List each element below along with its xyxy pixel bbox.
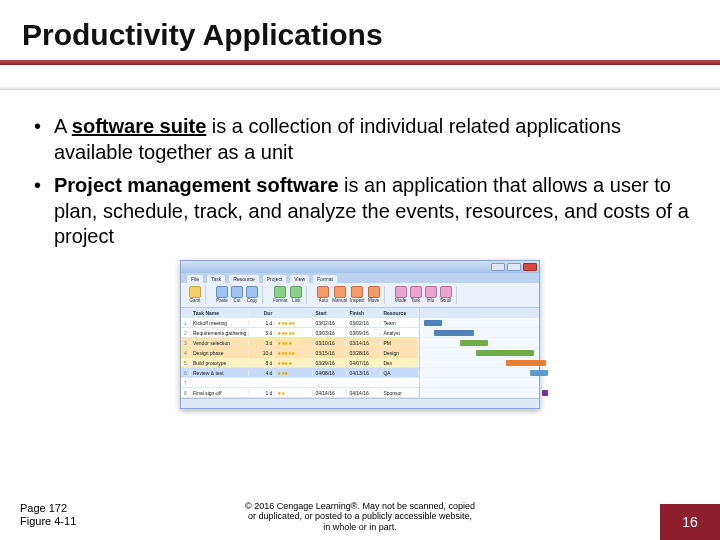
cell-taskname: Final sign-off [191, 390, 249, 396]
ribbon-tab[interactable]: Task [207, 275, 225, 283]
cell-priority: ★★★★ [275, 340, 313, 346]
cut-icon [231, 286, 243, 298]
ribbon-button[interactable]: Paste [216, 286, 228, 304]
ribbon-button[interactable]: Move [368, 286, 380, 304]
minimize-button[interactable] [491, 263, 505, 271]
ribbon-button[interactable]: Cut [231, 286, 243, 304]
cell-finish: 04/14/16 [347, 390, 381, 396]
gantt-bar[interactable] [542, 390, 548, 396]
cell-start: 03/29/16 [313, 360, 347, 366]
title-area: Productivity Applications [0, 0, 720, 60]
cell-start: 03/03/16 [313, 330, 347, 336]
ribbon-button-label: Paste [216, 299, 228, 304]
gantt-row [420, 358, 539, 368]
ribbon-group: Paste Cut Copy [212, 286, 263, 305]
ribbon-button[interactable]: Gantt [189, 286, 201, 304]
ribbon-button[interactable]: Link [290, 286, 302, 304]
cell-id: 7 [181, 380, 191, 386]
ribbon-button-label: Auto [319, 299, 328, 304]
cell-taskname: Build prototype [191, 360, 249, 366]
bullet-text-bold: software suite [72, 115, 206, 137]
cell-id: 5 [181, 360, 191, 366]
gantt-bar[interactable] [476, 350, 534, 356]
pm-gantt-chart[interactable] [420, 308, 539, 398]
ribbon-tab[interactable]: View [290, 275, 309, 283]
table-row[interactable]: 1Kickoff meeting1 d★★★★★03/02/1603/02/16… [181, 318, 419, 328]
bullet-list: A software suite is a collection of indi… [30, 114, 690, 250]
table-row[interactable]: 5Build prototype8 d★★★★03/29/1604/07/16D… [181, 358, 419, 368]
ribbon-button[interactable]: Mode [395, 286, 407, 304]
gantt-bar[interactable] [424, 320, 442, 326]
table-row[interactable]: 7 [181, 378, 419, 388]
table-row[interactable]: 8Final sign-off1 d★★04/14/1604/14/16Spon… [181, 388, 419, 398]
table-row[interactable]: 3Vendor selection3 d★★★★03/10/1603/14/16… [181, 338, 419, 348]
cell-finish: 04/13/16 [347, 370, 381, 376]
col-header: Dur [249, 310, 275, 316]
cell-priority: ★★★★ [275, 360, 313, 366]
gantt-header [420, 308, 539, 318]
cell-duration: 3 d [249, 340, 275, 346]
cell-id: 4 [181, 350, 191, 356]
gantt-row [420, 388, 539, 398]
copy-icon [246, 286, 258, 298]
ribbon-tab[interactable]: Resource [229, 275, 258, 283]
ribbon-button[interactable]: Scroll [440, 286, 452, 304]
ribbon-tab[interactable]: Format [313, 275, 337, 283]
info-icon [425, 286, 437, 298]
figure-project-management: File Task Resource Project View Format G… [180, 260, 540, 410]
slide: Productivity Applications A software sui… [0, 0, 720, 540]
maximize-button[interactable] [507, 263, 521, 271]
gantt-icon [189, 286, 201, 298]
cell-duration: 5 d [249, 330, 275, 336]
pm-app-window: File Task Resource Project View Format G… [180, 260, 540, 410]
ribbon-button[interactable]: Auto [317, 286, 329, 304]
table-row[interactable]: 4Design phase10 d★★★★★03/15/1603/28/16De… [181, 348, 419, 358]
ribbon-group: Auto Manual Inspect Move [313, 286, 384, 305]
ribbon-button[interactable]: Info [425, 286, 437, 304]
star-icon: ★★★ [277, 370, 288, 376]
ribbon-button[interactable]: Task [410, 286, 422, 304]
ribbon-tab[interactable]: File [187, 275, 203, 283]
gantt-row [420, 368, 539, 378]
ribbon-button[interactable]: Manual [332, 286, 347, 304]
pm-statusbar [181, 398, 539, 408]
cell-start: 04/08/16 [313, 370, 347, 376]
link-icon [290, 286, 302, 298]
bullet-text-pre: A [54, 115, 72, 137]
cell-priority: ★★★★★ [275, 350, 313, 356]
bullet-text-bold: Project management software [54, 174, 339, 196]
cell-finish: 04/07/16 [347, 360, 381, 366]
star-icon: ★★★★★ [277, 320, 295, 326]
col-header: Task Name [191, 310, 249, 316]
ribbon-button[interactable]: Inspect [350, 286, 365, 304]
ribbon-button[interactable]: Copy [246, 286, 258, 304]
cell-taskname: Review & test [191, 370, 249, 376]
ribbon-button[interactable]: Format [273, 286, 287, 304]
cell-resource: PM [381, 340, 419, 346]
table-row[interactable]: 2Requirements gathering5 d★★★★★03/03/160… [181, 328, 419, 338]
close-button[interactable] [523, 263, 537, 271]
gantt-bar[interactable] [434, 330, 474, 336]
cell-resource: Dev [381, 360, 419, 366]
ribbon-tab[interactable]: Project [263, 275, 287, 283]
cell-priority: ★★★★★ [275, 320, 313, 326]
gantt-bar[interactable] [506, 360, 546, 366]
cell-duration: 10 d [249, 350, 275, 356]
gantt-row [420, 328, 539, 338]
pm-body: Task Name Dur Start Finish Resource 1Kic… [181, 308, 539, 398]
paste-icon [216, 286, 228, 298]
pm-task-grid[interactable]: Task Name Dur Start Finish Resource 1Kic… [181, 308, 420, 398]
cell-priority: ★★★ [275, 370, 313, 376]
cell-duration: 1 d [249, 390, 275, 396]
gantt-bar[interactable] [530, 370, 548, 376]
ribbon-group: Gantt [185, 286, 206, 305]
table-row[interactable]: 6Review & test4 d★★★04/08/1604/13/16QA [181, 368, 419, 378]
grid-header-row: Task Name Dur Start Finish Resource [181, 308, 419, 318]
col-header: Resource [381, 310, 419, 316]
ribbon-button-label: Info [427, 299, 435, 304]
cell-taskname: Design phase [191, 350, 249, 356]
ribbon-button-label: Scroll [440, 299, 451, 304]
task-icon [410, 286, 422, 298]
mode-icon [395, 286, 407, 298]
gantt-bar[interactable] [460, 340, 488, 346]
